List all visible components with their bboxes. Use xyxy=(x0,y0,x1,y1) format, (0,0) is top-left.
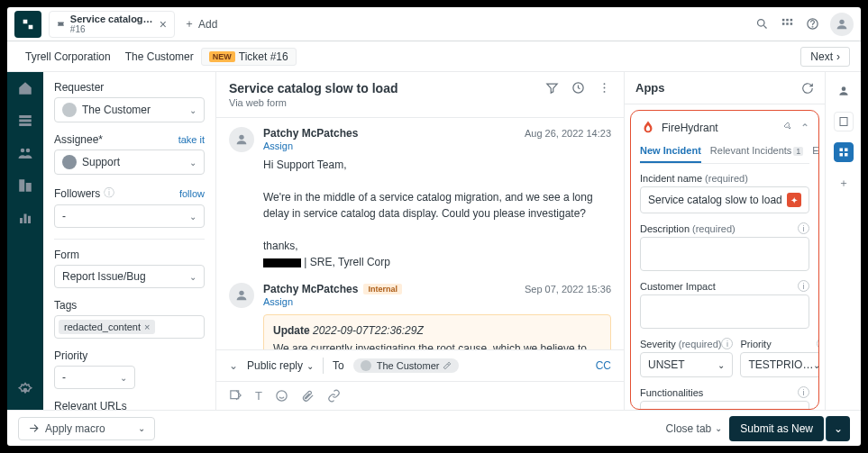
svg-rect-2 xyxy=(786,19,789,22)
add-app-icon[interactable]: ＋ xyxy=(834,173,854,193)
editor-toolbar: T xyxy=(216,381,624,410)
impact-input[interactable] xyxy=(640,294,809,329)
svg-rect-33 xyxy=(839,153,843,157)
svg-rect-6 xyxy=(790,23,792,25)
timestamp: Sep 07, 2022 15:36 xyxy=(525,284,611,294)
followers-select[interactable]: -⌄ xyxy=(54,204,205,228)
svg-point-0 xyxy=(757,20,764,27)
user-avatar[interactable] xyxy=(830,13,854,36)
svg-point-24 xyxy=(604,91,606,93)
knowledge-icon[interactable] xyxy=(834,112,854,131)
message: Patchy McPatchesInternalSep 07, 2022 15:… xyxy=(229,283,611,349)
incident-name-input[interactable]: Service catalog slow to load✦ xyxy=(640,186,809,213)
org-icon[interactable] xyxy=(16,177,34,195)
next-button[interactable]: Next› xyxy=(800,47,850,67)
avatar xyxy=(229,127,254,152)
breadcrumb-org[interactable]: Tyrell Corporation xyxy=(18,47,118,67)
top-bar: Service catalog slow t…#16 × ＋Add xyxy=(7,7,861,41)
reports-icon[interactable] xyxy=(16,209,34,227)
info-icon[interactable]: i xyxy=(721,338,733,349)
assignee-label: Assignee* xyxy=(54,133,103,146)
search-icon[interactable] xyxy=(754,17,769,32)
svg-point-28 xyxy=(277,391,287,401)
breadcrumb-ticket[interactable]: NEWTicket #16 xyxy=(201,48,297,66)
close-icon[interactable]: × xyxy=(160,17,167,32)
svg-rect-30 xyxy=(840,118,847,126)
apps-grid-icon[interactable] xyxy=(780,17,794,32)
info-icon[interactable]: i xyxy=(798,222,809,234)
follow-link[interactable]: follow xyxy=(179,188,205,199)
svg-point-22 xyxy=(604,83,606,85)
svg-point-23 xyxy=(604,87,606,89)
brand-logo[interactable] xyxy=(14,11,41,38)
info-icon[interactable]: i xyxy=(817,338,819,349)
apply-macro-button[interactable]: Apply macro⌄ xyxy=(18,417,155,440)
tab-relevant-incidents[interactable]: Relevant Incidents1 xyxy=(710,145,804,163)
svg-rect-5 xyxy=(786,23,789,25)
more-icon[interactable] xyxy=(598,81,611,95)
info-icon[interactable]: ⓘ xyxy=(104,186,114,201)
text-icon[interactable]: T xyxy=(255,389,262,403)
filter-icon[interactable] xyxy=(545,81,559,95)
info-icon[interactable]: i xyxy=(798,280,809,292)
admin-icon[interactable] xyxy=(16,381,34,399)
ai-suggest-icon[interactable]: ✦ xyxy=(787,193,801,207)
collapse-icon[interactable]: ⌃ xyxy=(800,122,809,134)
requester-label: Requester xyxy=(54,81,205,94)
refresh-icon[interactable] xyxy=(801,82,814,95)
remove-tag-icon[interactable]: × xyxy=(144,322,150,332)
apps-panel: Apps FireHydrant ⌃ New Incident Relevant… xyxy=(625,72,825,410)
tag-chip[interactable]: redacted_content× xyxy=(59,320,155,334)
apps-rail-icon[interactable] xyxy=(834,142,854,162)
svg-rect-1 xyxy=(781,19,784,22)
recipient-chip[interactable]: The Customer xyxy=(353,358,460,373)
priority-label: Priority xyxy=(54,349,205,362)
functionalities-select[interactable]: Select functionalities...⌄ xyxy=(640,401,809,410)
app-name: FireHydrant xyxy=(662,122,718,134)
user-icon[interactable] xyxy=(834,81,854,101)
severity-select[interactable]: UNSET⌄ xyxy=(640,352,733,377)
tab-new-incident[interactable]: New Incident xyxy=(640,145,701,163)
avatar xyxy=(229,283,254,308)
chevron-down-icon: ⌄ xyxy=(189,105,196,115)
requester-select[interactable]: The Customer⌄ xyxy=(54,97,205,122)
severity-label: Severity xyxy=(640,339,676,349)
fh-priority-select[interactable]: TESTPRIO…⌄ xyxy=(740,352,819,377)
svg-rect-12 xyxy=(19,123,32,126)
to-label: To xyxy=(333,359,344,372)
tags-input[interactable]: redacted_content× xyxy=(54,315,205,339)
emoji-icon[interactable] xyxy=(275,389,288,403)
assign-link[interactable]: Assign xyxy=(263,140,611,151)
submit-dropdown[interactable]: ⌄ xyxy=(826,416,850,441)
reply-caret-icon[interactable]: ⌄ xyxy=(229,359,238,372)
assign-link[interactable]: Assign xyxy=(263,296,611,307)
take-it-link[interactable]: take it xyxy=(178,134,205,145)
ticket-tab[interactable]: Service catalog slow t…#16 × xyxy=(49,11,175,38)
form-select[interactable]: Report Issue/Bug⌄ xyxy=(54,265,205,288)
tab-existing-incidents[interactable]: Existing Incidents xyxy=(812,145,819,163)
svg-rect-10 xyxy=(19,115,32,118)
priority-select[interactable]: -⌄ xyxy=(54,366,135,389)
firehydrant-logo-icon xyxy=(640,120,656,136)
customers-icon[interactable] xyxy=(16,144,34,162)
add-tab-button[interactable]: ＋Add xyxy=(184,16,217,32)
breadcrumb-customer[interactable]: The Customer xyxy=(118,47,201,67)
svg-rect-16 xyxy=(26,183,32,192)
home-icon[interactable] xyxy=(16,79,34,97)
cc-link[interactable]: CC xyxy=(596,359,611,372)
close-tab-button[interactable]: Close tab⌄ xyxy=(666,422,723,435)
info-icon[interactable]: i xyxy=(798,386,809,398)
attach-icon[interactable] xyxy=(301,389,315,403)
submit-button[interactable]: Submit as New xyxy=(729,416,824,441)
assignee-select[interactable]: Support⌄ xyxy=(54,149,205,175)
internal-badge: Internal xyxy=(363,284,402,294)
link-icon[interactable] xyxy=(327,389,341,403)
help-icon[interactable] xyxy=(805,17,819,32)
reply-type-select[interactable]: Public reply⌄ xyxy=(247,359,314,372)
history-icon[interactable] xyxy=(571,81,585,95)
compose-icon[interactable] xyxy=(229,389,242,403)
pin-icon[interactable] xyxy=(782,122,793,134)
description-input[interactable] xyxy=(640,237,809,271)
views-icon[interactable] xyxy=(16,112,34,130)
form-label: Form xyxy=(54,249,205,261)
